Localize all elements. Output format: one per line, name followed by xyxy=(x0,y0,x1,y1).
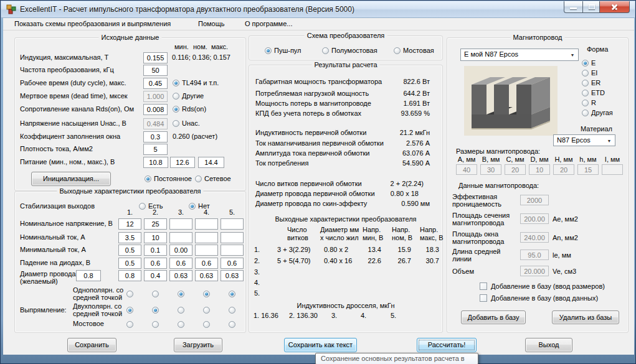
window-fill-factor-input[interactable] xyxy=(143,131,168,142)
calculate-button[interactable]: Рассчитать! xyxy=(417,338,477,352)
radio-bridge-3[interactable] xyxy=(178,321,184,328)
supply-nom-input[interactable] xyxy=(170,157,195,168)
wire-diameter-label-2: (желаемый) xyxy=(20,278,58,285)
diode-drop-2[interactable] xyxy=(144,258,167,269)
radio-unas[interactable] xyxy=(173,120,179,127)
radio-unipolar-4[interactable] xyxy=(203,291,210,297)
induction-input[interactable] xyxy=(143,52,168,63)
nominal-current-5[interactable] xyxy=(221,232,244,243)
radio-shape-e[interactable] xyxy=(582,60,589,67)
radio-bipolar-5[interactable] xyxy=(229,307,235,314)
minimal-current-4[interactable] xyxy=(195,245,218,256)
maximize-button[interactable] xyxy=(582,1,600,13)
radio-mains-supply[interactable] xyxy=(195,175,202,182)
radio-shape-r[interactable] xyxy=(582,100,589,106)
menu-item-schemes[interactable]: Показать схемы преобразования и выпрямле… xyxy=(14,20,171,27)
wire-diameter-1[interactable] xyxy=(118,270,141,281)
table-row-vmax: 18.3 xyxy=(426,246,439,253)
radio-bridge-2[interactable] xyxy=(152,321,159,328)
duty-cycle-input[interactable] xyxy=(143,78,168,89)
save-button[interactable]: Сохранить xyxy=(67,338,116,352)
radio-shape-ei[interactable] xyxy=(582,70,589,77)
radio-bipolar-1[interactable] xyxy=(126,307,133,314)
radio-other-drivers[interactable] xyxy=(173,93,179,100)
radio-dc-supply[interactable] xyxy=(145,175,151,182)
radio-shape-other[interactable] xyxy=(582,110,589,116)
nominal-voltage-5[interactable] xyxy=(221,218,244,230)
table-header-vnom-1: Напр. xyxy=(392,226,410,233)
exit-button[interactable]: Выход xyxy=(525,338,572,352)
radio-bipolar-3[interactable] xyxy=(178,307,184,314)
rds-on-input[interactable] xyxy=(143,104,168,115)
radio-unipolar-3[interactable] xyxy=(178,291,184,297)
wire-diameter-4[interactable] xyxy=(195,270,218,281)
minimize-button[interactable] xyxy=(564,1,582,13)
radio-tl494[interactable] xyxy=(173,80,179,86)
diode-drop-1[interactable] xyxy=(118,258,141,269)
radio-bridge-5[interactable] xyxy=(229,321,235,328)
radio-shape-etd[interactable] xyxy=(582,90,589,96)
radio-bridge[interactable] xyxy=(394,47,401,54)
radio-push-pull-label: Пуш-пул xyxy=(274,47,301,54)
chevron-down-icon: ▼ xyxy=(568,50,577,59)
material-dropdown[interactable]: N87 Epcos ▼ xyxy=(553,134,615,146)
result-consumption-current-label: Ток потребления xyxy=(255,159,308,167)
size-header-h-small: h, мм xyxy=(577,156,599,163)
save-as-text-button[interactable]: Сохранить как текст xyxy=(284,338,357,352)
supply-min-input[interactable] xyxy=(143,157,168,168)
checkbox-add-data[interactable] xyxy=(480,294,487,302)
dead-time-input xyxy=(143,91,168,102)
radio-unipolar-5[interactable] xyxy=(229,291,235,297)
result-efficiency-value: 93.659 % xyxy=(401,110,430,117)
diode-drop-4[interactable] xyxy=(195,258,218,269)
current-density-input[interactable] xyxy=(143,144,168,155)
wire-diameter-5[interactable] xyxy=(221,270,244,281)
radio-bridge-4[interactable] xyxy=(203,321,210,328)
core-data-label: Данные магнитопровода: xyxy=(458,182,539,189)
nominal-voltage-2[interactable] xyxy=(144,218,167,230)
radio-shape-er[interactable] xyxy=(582,80,589,86)
diode-drop-5[interactable] xyxy=(221,258,244,269)
diode-drop-3[interactable] xyxy=(169,258,192,269)
minimal-current-3[interactable] xyxy=(169,245,192,256)
add-to-base-button[interactable]: Добавить в базу xyxy=(461,310,526,324)
delete-from-base-button[interactable]: Удалить из базы xyxy=(552,310,619,324)
radio-unipolar-1[interactable] xyxy=(126,291,133,297)
nominal-voltage-1[interactable] xyxy=(118,218,141,230)
nominal-voltage-4[interactable] xyxy=(195,218,218,230)
menu-item-help[interactable]: Помощь xyxy=(198,20,225,27)
radio-bipolar-4[interactable] xyxy=(203,307,210,314)
minimal-current-5[interactable] xyxy=(221,245,244,256)
nominal-voltage-3[interactable] xyxy=(169,218,192,230)
frequency-input[interactable] xyxy=(143,65,168,76)
checkbox-add-sizes[interactable] xyxy=(480,282,487,290)
menu-item-about[interactable]: О программе... xyxy=(245,20,292,27)
material-label: Материал xyxy=(581,125,612,133)
minimal-current-2[interactable] xyxy=(144,245,167,256)
radio-bridge-1[interactable] xyxy=(126,321,133,328)
nominal-current-2[interactable] xyxy=(144,232,167,243)
nominal-current-4[interactable] xyxy=(195,232,218,243)
window-title: ExcellentIT - Расчет импульсного трансфо… xyxy=(20,5,354,14)
wire-diameter-desired[interactable] xyxy=(76,270,101,281)
close-button[interactable] xyxy=(600,1,630,13)
nominal-current-1[interactable] xyxy=(118,232,141,243)
radio-bipolar-2[interactable] xyxy=(152,307,159,314)
radio-rdson[interactable] xyxy=(173,106,179,113)
radio-unipolar-2[interactable] xyxy=(152,291,159,297)
wire-diameter-2[interactable] xyxy=(144,270,167,281)
minimal-current-1[interactable] xyxy=(118,245,141,256)
load-button[interactable]: Загрузить xyxy=(174,338,222,352)
initialization-button[interactable]: Инициализация... xyxy=(31,172,111,186)
wire-diameter-3[interactable] xyxy=(169,270,192,281)
group-outputs-legend: Выходные характеристики преобразователя xyxy=(57,187,203,195)
nominal-current-3[interactable] xyxy=(169,232,192,243)
volume-input xyxy=(520,266,549,276)
table-row-vmin: 13.4 xyxy=(368,246,381,253)
choke-item: 3. xyxy=(331,312,339,319)
radio-half-bridge[interactable] xyxy=(322,47,329,54)
radio-push-pull[interactable] xyxy=(265,47,272,54)
supply-max-input[interactable] xyxy=(198,157,224,168)
result-primary-inductance-value: 21.2 мкГн xyxy=(400,129,430,136)
core-select-dropdown[interactable]: Е мой N87 Epcos ▼ xyxy=(460,49,579,61)
